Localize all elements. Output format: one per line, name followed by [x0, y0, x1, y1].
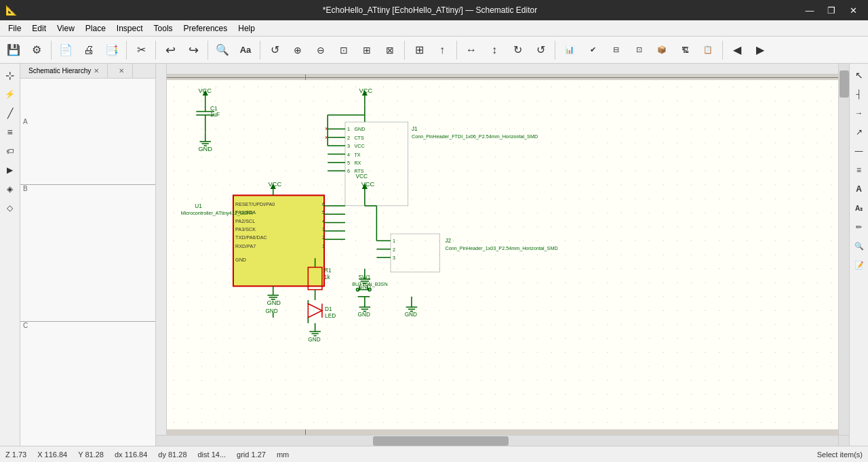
right-tool-3[interactable]: ↗ — [850, 123, 868, 141]
grid-display: grid 1.27 — [237, 450, 266, 459]
vertical-scrollbar[interactable] — [838, 64, 849, 435]
right-tool-text[interactable]: A — [850, 180, 868, 198]
annotation-button[interactable]: Aa — [235, 39, 256, 61]
canvas-area[interactable]: A B C VCC C1 1uF — [156, 64, 849, 446]
panel-close-icon-2[interactable]: ✕ — [119, 67, 124, 75]
menu-item-file[interactable]: File — [3, 20, 26, 36]
right-tool-list[interactable]: 📝 — [850, 256, 868, 274]
save-button[interactable]: 💾 — [3, 39, 24, 61]
rotate-left-button[interactable]: ↺ — [530, 39, 551, 61]
toolbar-separator-9 — [722, 41, 723, 60]
svg-text:Conn_PinHeader_FTDI_1x06_P2.54: Conn_PinHeader_FTDI_1x06_P2.54mm_Horizon… — [412, 133, 538, 140]
toolbar-separator-7 — [456, 41, 457, 60]
menu-item-preferences[interactable]: Preferences — [178, 20, 233, 36]
redo-button[interactable]: ↪ — [182, 39, 204, 61]
toolbar: 💾 ⚙ 📄 🖨 📑 ✂ ↩ ↪ 🔍 Aa ↺ ⊕ ⊖ ⊡ ⊞ ⊠ ⊞ ↑ ↔ ↕… — [0, 37, 868, 64]
menu-item-tools[interactable]: Tools — [149, 20, 178, 36]
menu-item-place[interactable]: Place — [80, 20, 111, 36]
window-title: *EchoHello_ATtiny [EchoHello_ATtiny/] — … — [60, 5, 800, 15]
footprint-button[interactable]: 📦 — [651, 39, 673, 61]
toolbar-separator-2 — [126, 41, 127, 60]
right-tool-5[interactable]: ≡ — [850, 161, 868, 179]
menu-item-view[interactable]: View — [52, 20, 80, 36]
svg-text:J2: J2 — [445, 238, 451, 244]
zoom-selection-button[interactable]: ⊞ — [356, 39, 378, 61]
select-tool-button[interactable]: ⊹ — [1, 66, 19, 84]
add-wire-button[interactable]: ╱ — [1, 104, 19, 122]
add-power-button[interactable]: ⚡ — [1, 85, 19, 103]
grid-toggle-button[interactable]: ⊞ — [408, 39, 430, 61]
horizontal-scrollbar-thumb[interactable] — [373, 436, 509, 446]
panel-tab-hierarchy[interactable]: Schematic Hierarchy ✕ — [20, 64, 108, 78]
panel-close-icon[interactable]: ✕ — [94, 67, 99, 75]
svg-text:Conn_PinHeader_1x03_P2.54mm_Ho: Conn_PinHeader_1x03_P2.54mm_Horizontal_S… — [445, 245, 557, 251]
horizontal-ruler — [156, 64, 838, 75]
schematic-diagram[interactable]: VCC C1 1uF GND VCC — [167, 75, 838, 435]
add-net-label-button[interactable]: 🏷 — [1, 142, 19, 160]
svg-text:TXD/PA6/DAC: TXD/PA6/DAC — [235, 234, 267, 240]
svg-text:GND: GND — [354, 126, 365, 132]
refresh-button[interactable]: ↺ — [264, 39, 285, 61]
minimize-button[interactable]: — — [800, 3, 819, 18]
svg-text:VCC: VCC — [269, 181, 282, 188]
zoom-full-button[interactable]: ⊠ — [379, 39, 401, 61]
right-tool-select[interactable]: ↖ — [850, 66, 868, 84]
rotate-right-button[interactable]: ↻ — [507, 39, 528, 61]
right-tool-search[interactable]: 🔍 — [850, 237, 868, 255]
svg-text:6: 6 — [347, 168, 350, 174]
find-button[interactable]: 🔍 — [212, 39, 233, 61]
svg-text:J1: J1 — [412, 126, 418, 132]
close-button[interactable]: ✕ — [844, 3, 863, 18]
menu-item-inspect[interactable]: Inspect — [111, 20, 149, 36]
undo-button[interactable]: ↩ — [159, 39, 181, 61]
maximize-button[interactable]: ❐ — [822, 3, 841, 18]
mirror-x-button[interactable]: ↔ — [460, 39, 482, 61]
add-global-label-button[interactable]: ▶ — [1, 161, 19, 179]
right-tool-4[interactable]: — — [850, 142, 868, 160]
add-netport-button[interactable]: ◇ — [1, 199, 19, 217]
navigate-back-button[interactable]: ◀ — [726, 39, 748, 61]
toolbar-separator-3 — [155, 41, 156, 60]
add-hier-sheet-button[interactable]: ◈ — [1, 180, 19, 198]
ref-label-b: B — [20, 185, 28, 192]
navigate-up-button[interactable]: ↑ — [431, 39, 453, 61]
cut-button[interactable]: ✂ — [130, 39, 152, 61]
svg-text:PA2/SCL: PA2/SCL — [235, 218, 255, 224]
svg-text:RX: RX — [354, 160, 361, 166]
right-tool-edit[interactable]: ✏ — [850, 218, 868, 236]
ref-label-c: C — [20, 322, 28, 329]
erc-button[interactable]: ✔ — [582, 39, 604, 61]
mirror-y-button[interactable]: ↕ — [484, 39, 505, 61]
zoom-out-button[interactable]: ⊖ — [310, 39, 332, 61]
menu-item-edit[interactable]: Edit — [26, 20, 52, 36]
new-schematic-button[interactable]: 📄 — [55, 39, 77, 61]
plot-button[interactable]: 📑 — [101, 39, 123, 61]
svg-text:1: 1 — [347, 126, 350, 132]
vertical-scrollbar-thumb[interactable] — [840, 70, 849, 98]
zoom-fit-button[interactable]: ⊡ — [333, 39, 355, 61]
settings-button[interactable]: ⚙ — [26, 39, 47, 61]
svg-text:LED: LED — [325, 313, 336, 319]
print-button[interactable]: 🖨 — [78, 39, 100, 61]
zoom-in-button[interactable]: ⊕ — [287, 39, 309, 61]
update-pcb-button[interactable]: 🏗 — [674, 39, 696, 61]
right-tool-text2[interactable]: A₂ — [850, 199, 868, 217]
bom-button[interactable]: 📋 — [697, 39, 719, 61]
menu-item-help[interactable]: Help — [233, 20, 260, 36]
unit-display: mm — [277, 450, 289, 459]
right-tool-2[interactable]: → — [850, 104, 868, 122]
svg-text:2: 2 — [347, 135, 350, 141]
toolbar-separator-8 — [555, 41, 555, 60]
dx-display: dx 116.84 — [115, 450, 147, 459]
sym-fields-button[interactable]: ⊟ — [605, 39, 627, 61]
horizontal-scrollbar[interactable] — [156, 435, 838, 446]
navigate-forward-button[interactable]: ▶ — [749, 39, 771, 61]
cvpcb-button[interactable]: ⊡ — [628, 39, 650, 61]
svg-text:PA3/SCK: PA3/SCK — [235, 226, 256, 232]
svg-text:2: 2 — [393, 247, 395, 253]
right-tool-1[interactable]: ┤ — [850, 85, 868, 103]
netlist-button[interactable]: 📊 — [559, 39, 580, 61]
add-bus-button[interactable]: ≡ — [1, 123, 19, 141]
panel-tab-label: Schematic Hierarchy — [28, 67, 91, 75]
panel-tab-2[interactable]: ✕ — [108, 64, 133, 78]
